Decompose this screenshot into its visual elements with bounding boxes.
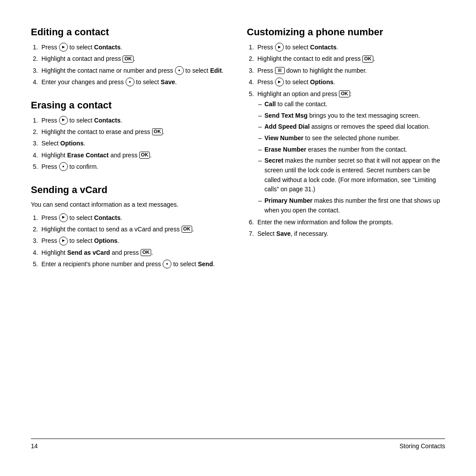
- list-item: Press to select Options.: [256, 77, 445, 87]
- list-item: Select Save, if necessary.: [256, 229, 445, 238]
- step-bold: Options: [60, 140, 84, 147]
- list-item: Highlight an option and press OK: Call t…: [256, 89, 445, 216]
- contacts-icon: [59, 116, 68, 125]
- ok-icon: OK: [339, 90, 350, 97]
- footer-section-title: Storing Contacts: [400, 443, 446, 450]
- list-item: Highlight Send as vCard and press OK.: [40, 248, 229, 257]
- list-item: Press to select Contacts.: [40, 115, 229, 125]
- list-item: Erase Number erases the number from the …: [264, 145, 445, 155]
- list-item: Press to select Contacts.: [40, 213, 229, 223]
- list-item: Highlight the contact name or number and…: [40, 66, 229, 75]
- step-bold: Options: [94, 237, 118, 244]
- list-item: Highlight a contact and press OK.: [40, 54, 229, 63]
- nav-down-icon: [275, 67, 285, 74]
- step-bold: Contacts: [310, 44, 337, 51]
- ok-icon: OK: [141, 249, 152, 256]
- option-label: Primary Number: [264, 197, 312, 204]
- contacts-icon: [59, 213, 68, 222]
- step-bold: Send as vCard: [67, 249, 110, 256]
- confirm-icon: [163, 260, 171, 268]
- customizing-steps: Press to select Contacts. Highlight the …: [247, 42, 445, 238]
- list-item: Press to confirm.: [40, 162, 229, 171]
- step-bold: Contacts: [94, 214, 121, 221]
- section-vcard: Sending a vCard You can send contact inf…: [31, 184, 229, 269]
- list-item: Highlight the contact to erase and press…: [40, 127, 229, 137]
- list-item: View Number to see the selected phone nu…: [264, 134, 445, 143]
- list-item: Enter a recipient's phone number and pre…: [40, 259, 229, 269]
- confirm-icon: [59, 162, 68, 171]
- editing-steps: Press to select Contacts. Highlight a co…: [31, 42, 229, 87]
- option-label: Send Text Msg: [264, 112, 308, 119]
- step-bold: Send: [198, 260, 213, 268]
- list-item: Add Speed Dial assigns or removes the sp…: [264, 122, 445, 132]
- left-column: Editing a contact Press to select Contac…: [31, 26, 229, 430]
- confirm-icon: [175, 66, 184, 75]
- list-item: Press to select Options.: [40, 236, 229, 245]
- ok-icon: OK: [139, 152, 150, 159]
- erasing-steps: Press to select Contacts. Highlight the …: [31, 115, 229, 172]
- ok-icon: OK: [362, 56, 373, 63]
- section-vcard-title: Sending a vCard: [31, 184, 229, 196]
- page-number: 14: [31, 443, 38, 450]
- list-item: Press to select Contacts.: [40, 42, 229, 52]
- option-label: Erase Number: [264, 146, 306, 153]
- contacts-icon: [59, 43, 68, 52]
- vcard-intro: You can send contact information as a te…: [31, 200, 229, 209]
- option-label: Add Speed Dial: [264, 123, 310, 130]
- step-bold: Save: [161, 78, 175, 86]
- contacts-icon: [275, 43, 284, 52]
- section-customizing-title: Customizing a phone number: [247, 26, 445, 38]
- list-item: Press down to highlight the number.: [256, 66, 445, 75]
- section-editing-title: Editing a contact: [31, 26, 229, 38]
- list-item: Primary Number makes this number the fir…: [264, 196, 445, 215]
- contacts-icon: [275, 78, 284, 86]
- ok-icon: OK: [152, 128, 163, 135]
- option-label: Secret: [264, 157, 283, 164]
- list-item: Highlight the contact to edit and press …: [256, 54, 445, 63]
- section-erasing-title: Erasing a contact: [31, 100, 229, 111]
- page: Editing a contact Press to select Contac…: [0, 0, 476, 476]
- step-bold: Erase Contact: [67, 152, 108, 159]
- step-bold: Options: [310, 78, 334, 86]
- step-bold: Save: [276, 230, 291, 237]
- section-customizing: Customizing a phone number Press to sele…: [247, 26, 445, 238]
- list-item: Send Text Msg brings you to the text mes…: [264, 111, 445, 121]
- ok-icon: OK: [123, 56, 134, 63]
- vcard-steps: Press to select Contacts. Highlight the …: [31, 213, 229, 269]
- page-footer: 14 Storing Contacts: [31, 439, 445, 450]
- confirm-icon: [126, 78, 134, 86]
- right-column: Customizing a phone number Press to sele…: [247, 26, 445, 430]
- list-item: Highlight the contact to send as a vCard…: [40, 224, 229, 234]
- contacts-icon: [59, 237, 68, 245]
- list-item: Enter the new information and follow the…: [256, 217, 445, 227]
- option-label: Call: [264, 100, 276, 108]
- list-item: Call to call the contact.: [264, 100, 445, 109]
- option-label: View Number: [264, 134, 303, 141]
- list-item: Enter your changes and press to select S…: [40, 77, 229, 87]
- list-item: Secret makes the number secret so that i…: [264, 156, 445, 194]
- list-item: Press to select Contacts.: [256, 42, 445, 52]
- section-erasing: Erasing a contact Press to select Contac…: [31, 100, 229, 172]
- list-item: Select Options.: [40, 138, 229, 148]
- list-item: Highlight Erase Contact and press OK.: [40, 150, 229, 160]
- step-bold: Contacts: [94, 117, 121, 124]
- options-list: Call to call the contact. Send Text Msg …: [257, 100, 445, 216]
- section-editing: Editing a contact Press to select Contac…: [31, 26, 229, 87]
- step-bold: Edit: [210, 67, 222, 74]
- step-bold: Contacts: [94, 44, 121, 51]
- ok-icon: OK: [182, 226, 193, 233]
